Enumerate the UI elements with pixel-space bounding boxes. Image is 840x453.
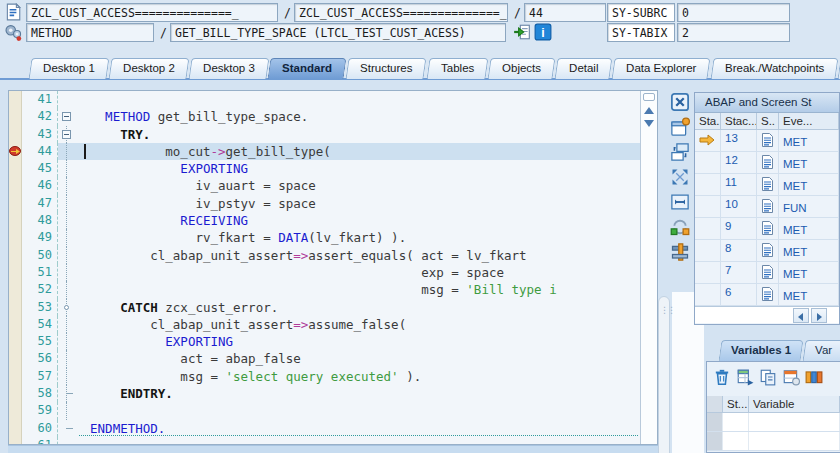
code-line[interactable]: 57 msg = 'select query executed' ). xyxy=(22,368,640,385)
tab-desktop-1[interactable]: Desktop 1 xyxy=(29,58,110,79)
line-number[interactable]: 61 xyxy=(22,437,58,444)
tab-data-explorer[interactable]: Data Explorer xyxy=(612,58,711,79)
stack-row[interactable]: 13MET xyxy=(695,130,839,152)
code-line[interactable]: 55 EXPORTING xyxy=(22,333,640,350)
breakpoint-gutter[interactable] xyxy=(9,91,22,444)
line-number[interactable]: 45 xyxy=(22,160,58,177)
variable-cell[interactable] xyxy=(749,432,840,450)
stack-row[interactable]: 8MET xyxy=(695,240,839,262)
fold-toggle[interactable] xyxy=(62,130,71,139)
code-line[interactable]: 60 ENDMETHOD. xyxy=(22,420,640,437)
line-number[interactable]: 60 xyxy=(22,420,58,437)
scroll-left-icon[interactable] xyxy=(793,308,809,323)
stack-row[interactable]: 6MET xyxy=(695,284,839,306)
line-number[interactable]: 55 xyxy=(22,333,58,350)
editor-vertical-scrollbar[interactable] xyxy=(640,91,657,444)
copy-variable-icon[interactable] xyxy=(759,368,777,386)
tab-objects[interactable]: Objects xyxy=(487,58,555,79)
line-number[interactable]: 56 xyxy=(22,350,58,367)
row-selector-header[interactable] xyxy=(707,396,723,412)
code-line[interactable]: 58 ENDTRY. xyxy=(22,385,640,402)
variable-cell[interactable] xyxy=(749,413,840,431)
event-name-field[interactable]: GET_BILL_TYPE_SPACE (LTCL_TEST_CUST_ACES… xyxy=(170,23,506,42)
fit-width-icon[interactable] xyxy=(670,192,690,212)
code-text[interactable]: exp = space xyxy=(75,264,640,281)
line-number[interactable]: 53 xyxy=(22,299,58,316)
code-text[interactable]: msg = 'Bill type i xyxy=(75,281,640,298)
line-number[interactable]: 47 xyxy=(22,195,58,212)
code-line[interactable]: 42 METHOD get_bill_type_space. xyxy=(22,108,640,125)
code-line[interactable]: 61 xyxy=(22,437,640,444)
line-number[interactable]: 43 xyxy=(22,126,58,143)
insert-columns-icon[interactable] xyxy=(805,368,823,386)
row-selector[interactable] xyxy=(707,413,723,431)
scroll-down-icon[interactable] xyxy=(644,120,654,127)
sysvar-subrc-label[interactable]: SY-SUBRC xyxy=(607,3,675,22)
scroll-right-icon[interactable] xyxy=(811,308,827,323)
tab-structures[interactable]: Structures xyxy=(346,58,427,79)
code-line[interactable]: 43 TRY. xyxy=(22,126,640,143)
line-number[interactable]: 59 xyxy=(22,402,58,419)
variables-row[interactable] xyxy=(707,413,840,432)
maximize-tool-icon[interactable] xyxy=(670,167,690,187)
code-text[interactable]: iv_auart = space xyxy=(75,177,640,194)
sysvar-tabix-label[interactable]: SY-TABIX xyxy=(607,23,675,42)
event-type-field[interactable]: METHOD xyxy=(26,23,154,42)
stack-column-header[interactable]: Stac... xyxy=(721,113,757,129)
line-number[interactable]: 48 xyxy=(22,212,58,229)
stack-column-header[interactable]: Eve... xyxy=(779,113,839,129)
scroll-up-icon[interactable] xyxy=(644,107,654,114)
code-text[interactable] xyxy=(75,91,640,108)
code-text[interactable]: rv_fkart = DATA(lv_fkart) ). xyxy=(75,229,640,246)
code-text[interactable]: ENDTRY. xyxy=(75,385,640,402)
fold-toggle[interactable] xyxy=(62,112,71,121)
fold-toggle[interactable] xyxy=(66,393,73,394)
tab-variables-1[interactable]: Variables 1 xyxy=(719,340,804,361)
code-text[interactable]: act = abap_false xyxy=(75,350,640,367)
tab-desktop-3[interactable]: Desktop 3 xyxy=(188,58,269,79)
stack-row[interactable]: 11MET xyxy=(695,174,839,196)
stack-column-header[interactable]: Sta... xyxy=(695,113,721,129)
breakpoint-current-icon[interactable] xyxy=(9,145,22,157)
variables-column-header[interactable]: St... xyxy=(723,396,749,412)
line-number[interactable]: 41 xyxy=(22,91,58,108)
code-line[interactable]: 46 iv_auart = space xyxy=(22,177,640,194)
include-field[interactable]: ZCL_CUST_ACCESS==============_ xyxy=(294,3,508,22)
new-tool-icon[interactable] xyxy=(670,117,690,137)
code-line[interactable]: 51 exp = space xyxy=(22,264,640,281)
code-text[interactable]: cl_abap_unit_assert=>assume_false( xyxy=(75,316,640,333)
variables-column-header[interactable]: Variable xyxy=(749,396,840,412)
stack-horizontal-scrollbar[interactable] xyxy=(695,306,839,323)
variables-row[interactable] xyxy=(707,432,840,451)
row-selector[interactable] xyxy=(707,432,723,450)
line-number[interactable]: 44 xyxy=(22,143,58,160)
code-line[interactable]: 52 msg = 'Bill type i xyxy=(22,281,640,298)
info-icon[interactable]: i xyxy=(534,23,552,41)
code-text[interactable] xyxy=(75,437,640,444)
code-line[interactable]: 56 act = abap_false xyxy=(22,350,640,367)
line-number[interactable]: 54 xyxy=(22,316,58,333)
tab-desktop-2[interactable]: Desktop 2 xyxy=(108,58,189,79)
fold-toggle[interactable] xyxy=(64,305,69,310)
stack-row[interactable]: 10FUN xyxy=(695,196,839,218)
code-line[interactable]: 54 cl_abap_unit_assert=>assume_false( xyxy=(22,316,640,333)
stack-row[interactable]: 7MET xyxy=(695,262,839,284)
tab-standard[interactable]: Standard xyxy=(268,58,347,79)
vertical-splitter-handle[interactable] xyxy=(658,296,670,453)
trash-icon[interactable] xyxy=(713,368,731,386)
line-number[interactable]: 57 xyxy=(22,368,58,385)
line-number[interactable]: 58 xyxy=(22,385,58,402)
line-number-field[interactable]: 44 xyxy=(524,3,606,22)
line-number[interactable]: 52 xyxy=(22,281,58,298)
line-number[interactable]: 42 xyxy=(22,108,58,125)
close-tool-icon[interactable] xyxy=(670,92,690,112)
code-line[interactable]: 41 xyxy=(22,91,640,108)
code-text[interactable]: EXPORTING xyxy=(75,333,640,350)
code-text[interactable]: CATCH zcx_cust_error. xyxy=(75,299,640,316)
dock-icon[interactable] xyxy=(513,23,531,41)
line-number[interactable]: 49 xyxy=(22,229,58,246)
export-variable-icon[interactable] xyxy=(736,368,754,386)
code-text[interactable]: RECEIVING xyxy=(75,212,640,229)
code-text[interactable]: cl_abap_unit_assert=>assert_equals( act … xyxy=(75,247,640,264)
code-line[interactable]: 49 rv_fkart = DATA(lv_fkart) ). xyxy=(22,229,640,246)
